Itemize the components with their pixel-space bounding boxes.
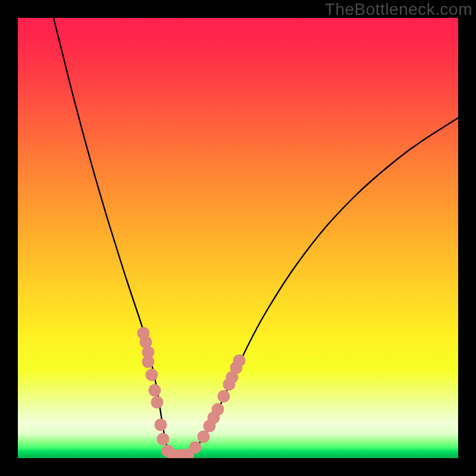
emphasis-dot	[212, 403, 224, 416]
chart-frame: TheBottleneck.com	[0, 0, 476, 476]
emphasis-dot	[142, 356, 155, 368]
emphasis-dot	[155, 419, 167, 431]
curve-layer	[18, 18, 458, 458]
emphasis-dot	[189, 441, 202, 454]
bottleneck-curve	[54, 18, 458, 456]
emphasis-dot	[149, 384, 161, 397]
watermark-text: TheBottleneck.com	[325, 0, 472, 19]
emphasis-dots	[137, 327, 246, 459]
emphasis-dot	[146, 369, 158, 381]
emphasis-dot	[198, 431, 210, 443]
emphasis-dot	[233, 355, 246, 367]
emphasis-dot	[218, 390, 230, 403]
plot-area	[18, 18, 458, 458]
emphasis-dot	[157, 433, 170, 446]
emphasis-dot	[151, 396, 164, 409]
